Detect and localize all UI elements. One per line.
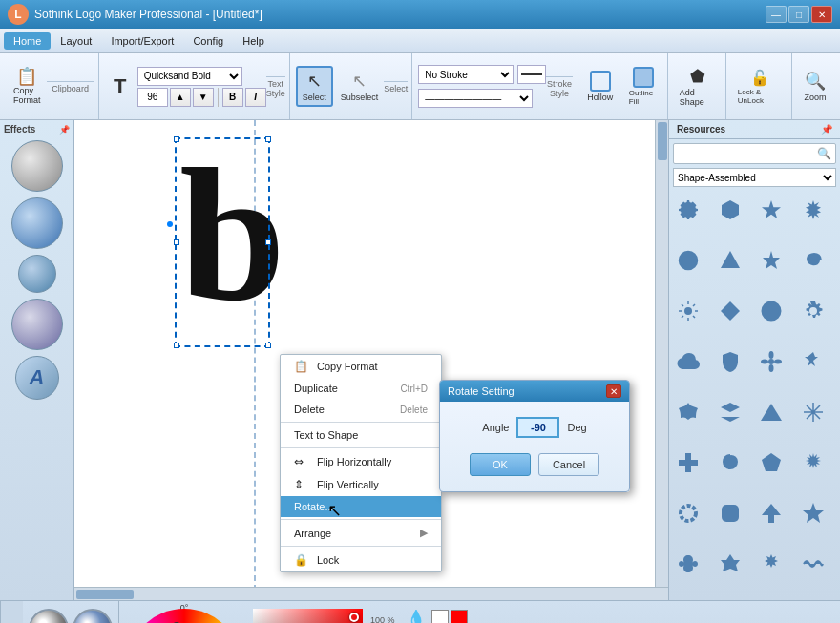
shape-item-arrow-burst[interactable] xyxy=(798,346,829,377)
effect-btn-1[interactable] xyxy=(11,140,63,192)
shape-item-spiral[interactable] xyxy=(798,245,829,276)
shape-item-flower2[interactable] xyxy=(673,549,704,579)
shape-item-swirl[interactable] xyxy=(715,447,746,478)
rotate-cancel-button[interactable]: Cancel xyxy=(538,453,599,476)
add-text-button[interactable]: T xyxy=(105,71,136,103)
angle-input[interactable]: -90 xyxy=(516,417,559,438)
menu-help[interactable]: Help xyxy=(233,32,274,50)
stroke-style-select[interactable]: ———————— xyxy=(418,89,533,108)
shape-item-ring-gear[interactable] xyxy=(673,245,704,276)
shape-item-star2[interactable] xyxy=(798,498,829,529)
swatch-2[interactable] xyxy=(73,609,113,623)
effects-pin[interactable]: 📌 xyxy=(59,125,70,135)
rotate-dialog-close[interactable]: ✕ xyxy=(606,384,621,398)
shape-item-rounded-star[interactable] xyxy=(673,397,704,427)
red-swatch[interactable] xyxy=(451,610,468,624)
color-wheel[interactable] xyxy=(127,609,242,623)
outline-fill-button[interactable]: Outline Fill xyxy=(623,63,663,110)
menu-home[interactable]: Home xyxy=(4,32,51,50)
svg-point-8 xyxy=(763,302,780,320)
close-button[interactable]: ✕ xyxy=(811,6,832,23)
shape-item-star[interactable] xyxy=(756,195,787,225)
canvas-letter[interactable]: b xyxy=(179,139,285,330)
scrollbar-vertical[interactable] xyxy=(655,120,668,587)
menu-config[interactable]: Config xyxy=(183,32,233,50)
ctx-copy-format[interactable]: 📋 Copy Format xyxy=(281,355,441,378)
shape-item-arrow-up[interactable] xyxy=(756,498,787,529)
shape-item-hexstar[interactable] xyxy=(715,549,746,579)
resources-pin[interactable]: 📌 xyxy=(821,124,832,135)
ctx-text-to-shape[interactable]: Text to Shape xyxy=(281,425,441,446)
shape-item-ring[interactable] xyxy=(756,296,787,326)
shape-item-burst2[interactable] xyxy=(756,549,787,579)
shape-item-cross[interactable] xyxy=(673,447,704,478)
shape-item-gear[interactable] xyxy=(673,195,704,225)
resources-search-input[interactable] xyxy=(674,149,813,159)
shape-item-sunburst[interactable] xyxy=(673,296,704,326)
hollow-button[interactable]: Hollow xyxy=(583,67,618,106)
add-shape-button[interactable]: ⬟ Add Shape xyxy=(674,62,722,111)
shape-item-ring2[interactable] xyxy=(673,498,704,529)
menu-layout[interactable]: Layout xyxy=(51,32,101,50)
eyedropper-icon[interactable]: 💧 xyxy=(403,609,430,623)
swatch-1[interactable] xyxy=(29,609,69,623)
shape-item-starburst2[interactable] xyxy=(798,447,829,478)
shape-item-triangle[interactable] xyxy=(715,245,746,276)
window-controls[interactable]: — □ ✕ xyxy=(766,6,832,23)
gradient-box[interactable] xyxy=(253,609,363,623)
shape-item-burst[interactable] xyxy=(798,195,829,225)
ctx-lock[interactable]: 🔒 Lock xyxy=(281,549,441,571)
ctx-rotate[interactable]: Rotate... xyxy=(281,496,441,517)
ctx-flip-h[interactable]: ⇔ Flip Horizontally xyxy=(281,450,441,473)
ctx-arrange[interactable]: Arrange ▶ xyxy=(281,522,441,544)
subselect-button[interactable]: ↖ Subselect xyxy=(335,67,385,106)
shape-item-flower[interactable] xyxy=(756,346,787,377)
ctx-duplicate[interactable]: Duplicate Ctrl+D xyxy=(281,378,441,399)
copy-format-button[interactable]: 📋 Copy Format xyxy=(8,64,47,109)
effect-btn-3[interactable] xyxy=(18,255,56,293)
ctx-copy-format-label: Copy Format xyxy=(317,361,378,372)
font-bold-button[interactable]: B xyxy=(222,88,243,107)
select-button[interactable]: ↖ Select xyxy=(296,66,333,107)
shape-item-diamond[interactable] xyxy=(715,296,746,326)
font-size-up[interactable]: ▲ xyxy=(170,88,191,107)
scrollbar-horizontal[interactable] xyxy=(74,587,668,600)
font-size-down[interactable]: ▼ xyxy=(193,88,214,107)
ctx-delete[interactable]: Delete Delete xyxy=(281,399,441,420)
rotate-ok-button[interactable]: OK xyxy=(470,453,531,476)
handle-br[interactable] xyxy=(265,343,271,348)
shape-item-wave[interactable] xyxy=(798,549,829,579)
menu-import-export[interactable]: Import/Export xyxy=(101,32,183,50)
shape-item-gear2[interactable] xyxy=(798,296,829,326)
minimize-button[interactable]: — xyxy=(766,6,787,23)
white-swatch[interactable] xyxy=(431,610,449,624)
font-italic-button[interactable]: I xyxy=(245,88,266,107)
lock-unlock-button[interactable]: 🔓 Lock & UnLock xyxy=(732,65,788,109)
ctx-flip-v[interactable]: ⇕ Flip Vertically xyxy=(281,473,441,496)
zoom-button[interactable]: 🔍 Zoom xyxy=(798,67,832,106)
shape-item-triangle-up[interactable] xyxy=(756,397,787,427)
font-name-select[interactable]: Quicksand Bold xyxy=(137,67,242,86)
stroke-color-preview[interactable] xyxy=(517,65,546,84)
stroke-select[interactable]: No Stroke xyxy=(418,65,514,84)
effect-btn-2[interactable] xyxy=(11,197,63,249)
zoom-section: 🔍 Zoom xyxy=(794,53,836,119)
effect-btn-4[interactable] xyxy=(11,299,63,350)
shape-item-6star[interactable] xyxy=(756,245,787,276)
maximize-button[interactable]: □ xyxy=(788,6,809,23)
shape-item-pentagon[interactable] xyxy=(756,447,787,478)
shape-item-roundrect[interactable] xyxy=(715,498,746,529)
deg-label: Deg xyxy=(567,422,586,433)
effect-btn-text[interactable]: A xyxy=(15,356,59,400)
font-size-input[interactable]: 96 xyxy=(137,88,168,107)
handle-bl[interactable] xyxy=(174,343,179,348)
shape-item-hexagon[interactable] xyxy=(715,195,746,225)
text-style-label: Text Style xyxy=(266,76,285,98)
shape-item-cube[interactable] xyxy=(715,397,746,427)
shape-item-shield[interactable] xyxy=(715,346,746,377)
shape-item-cloud[interactable] xyxy=(673,346,704,377)
shape-category-select[interactable]: Shape-Assembled xyxy=(673,168,836,187)
shape-item-snowflake[interactable] xyxy=(798,397,829,427)
gradient-handle[interactable] xyxy=(349,613,359,622)
canvas-area[interactable]: b 📋 Copy Format xyxy=(74,120,668,600)
